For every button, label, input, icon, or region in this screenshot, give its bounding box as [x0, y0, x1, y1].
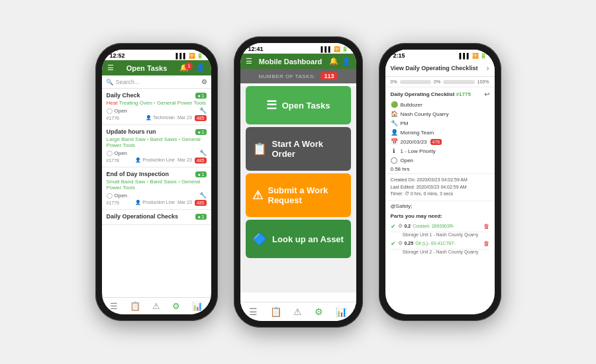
delete-icon-2[interactable]: 🗑: [483, 240, 489, 247]
lookup-icon: 🔷: [252, 232, 267, 246]
status-circle-2: ◯: [107, 150, 113, 156]
header-icons-left: 🔔 1 👤: [179, 64, 205, 72]
status-bar-mid: 12:41 ▌▌▌ 🛜 🔋: [240, 43, 356, 54]
task-status-text-2: Open: [115, 150, 128, 156]
app-header-left: ☰ Open Tasks 🔔 1 👤: [102, 60, 211, 75]
safety-tag: @Safety;: [385, 201, 495, 211]
menu-icon-mid[interactable]: ☰: [246, 57, 252, 66]
parts-title: Parts you may need:: [391, 213, 489, 219]
nav-alert-icon[interactable]: ⚠: [152, 301, 160, 311]
open-tasks-icon: ☰: [266, 98, 277, 113]
bulldozer-text: Bulldozer: [401, 102, 422, 108]
wifi-icon-right: 🛜: [472, 53, 479, 59]
status-icons-left: ▌▌▌ 🛜 🔋: [175, 53, 203, 59]
time-left: 12:52: [110, 52, 125, 59]
task-path-1: Heat Treating Oven › General Power Tools: [107, 100, 207, 106]
phone-left: 12:52 ▌▌▌ 🛜 🔋 ☰ Open Tasks 🔔 1 👤: [95, 43, 218, 321]
task-id-3: #1779: [107, 201, 119, 205]
check-icon-2: ✔: [391, 240, 396, 247]
dash-footer: ☰ 📋 ⚠ ⚙ 📊: [240, 302, 356, 321]
submit-work-request-button[interactable]: ⚠ Submit a Work Request: [246, 173, 351, 217]
nav-chart-icon[interactable]: 📊: [192, 301, 203, 311]
status-bar-right: 2:15 ▌▌▌ 🛜 🔋: [385, 50, 495, 60]
priority-text: 1 - Low Priority: [401, 148, 436, 154]
signal-icon: ▌▌▌: [175, 53, 187, 59]
search-icon: 🔍: [106, 79, 113, 85]
date-text: 2020/03/23: [401, 139, 427, 145]
num-tasks-badge: 113: [321, 72, 337, 80]
team-text: Morning Team: [401, 130, 434, 136]
task-id-1: #1776: [107, 116, 119, 120]
battery-icon-mid: 🔋: [342, 46, 348, 52]
nav-gear-icon[interactable]: ⚙: [172, 301, 180, 311]
status-bar-left: 12:52 ▌▌▌ 🛜 🔋: [102, 50, 211, 60]
status-icons-mid: ▌▌▌ 🛜 🔋: [321, 46, 348, 52]
part-row-2: ✔ ⚙ 0.25 Oil (L)- 03-41C787- 🗑: [391, 238, 489, 250]
detail-status: ◯ Open: [385, 156, 495, 165]
detail-team: 👤 Morning Team: [385, 128, 495, 137]
created-on: Created On: 2020/03/23 04:02:59 AM: [391, 177, 489, 184]
task-badge-red-2: 485: [195, 158, 207, 163]
task-title-2: Update hours run: [107, 128, 156, 135]
task-item-1[interactable]: Daily Check ● 1 Heat Treating Oven › Gen…: [102, 89, 211, 125]
user-icon-mid[interactable]: 👤: [342, 57, 351, 66]
footer-alert-icon[interactable]: ⚠: [293, 306, 302, 317]
nav-doc-icon[interactable]: 📋: [130, 301, 140, 311]
task-badge-red-1: 485: [195, 115, 207, 121]
nav-list-icon[interactable]: ☰: [110, 301, 118, 311]
priority-icon: ℹ: [391, 148, 397, 154]
user-icon-left[interactable]: 👤: [196, 64, 205, 72]
progress-bar: [400, 80, 431, 84]
status-icons-right: ▌▌▌ 🛜 🔋: [459, 53, 486, 59]
progress-bar-2: [443, 80, 474, 84]
signal-icon-mid: ▌▌▌: [321, 46, 332, 52]
footer-list-icon[interactable]: ☰: [249, 306, 258, 317]
wrench-icon-2: 🔧: [199, 150, 207, 156]
gear-icon-1: ⚙: [398, 223, 403, 229]
work-request-icon: ⚠: [252, 188, 263, 203]
task-status-text-3: Open: [115, 193, 128, 199]
parts-section: Parts you may need: ✔ ⚙ 0.2 Coolant- 289…: [385, 211, 495, 257]
footer-gear-icon[interactable]: ⚙: [315, 306, 323, 317]
footer-chart-icon[interactable]: 📊: [336, 306, 347, 317]
search-input-area[interactable]: 🔍 Search...: [106, 79, 201, 85]
gear-icon-2: ⚙: [398, 240, 403, 246]
task-item-4[interactable]: Daily Operational Checks ● 1: [102, 210, 211, 225]
bell-icon-mid[interactable]: 🔔: [329, 57, 338, 66]
part-qty-2: 0.25: [405, 241, 414, 246]
footer-doc-icon[interactable]: 📋: [270, 306, 281, 317]
app-header-mid: ☰ Mobile Dashboard 🔔 👤: [240, 54, 356, 69]
menu-icon-left[interactable]: ☰: [107, 64, 114, 72]
start-work-order-button[interactable]: 📋 Start A Work Order: [246, 127, 351, 171]
date-badge: 476: [430, 139, 442, 145]
task-person-1: 👤 Technician: [146, 115, 175, 121]
notification-wrap[interactable]: 🔔 1: [179, 64, 193, 72]
part-name-1: Coolant- 2893903R-: [413, 224, 481, 228]
phones-container: 12:52 ▌▌▌ 🛜 🔋 ☰ Open Tasks 🔔 1 👤: [82, 23, 515, 341]
badge-green-3: ● 1: [195, 171, 206, 177]
right-header: View Daily Operating Checklist ›: [385, 60, 495, 77]
task-path-2: Large Band Saw › Band Saws › General Pow…: [107, 136, 207, 148]
open-tasks-label: Open Tasks: [282, 101, 330, 111]
checklist-header-title: View Daily Operating Checklist: [391, 65, 478, 71]
task-item-2[interactable]: Update hours run ● 1 Large Band Saw › Ba…: [102, 125, 211, 167]
task-title-1: Daily Check: [107, 92, 140, 99]
open-tasks-button[interactable]: ☰ Open Tasks: [246, 86, 351, 124]
prog-right-label: 100%: [477, 79, 489, 84]
progress-container: 0% 0% 100%: [385, 77, 495, 87]
lookup-asset-button[interactable]: 🔷 Look up an Asset: [246, 220, 351, 258]
dashboard-title: Mobile Dashboard: [259, 58, 322, 66]
status-circle-3: ◯: [107, 193, 113, 199]
team-icon: 👤: [391, 129, 397, 136]
delete-icon-1[interactable]: 🗑: [483, 223, 489, 230]
task-path-3: Small Band Saw › Band Saws › General Pow…: [107, 179, 207, 191]
filter-icon[interactable]: ⚙: [201, 78, 207, 85]
hrs-text: 0.58 hrs: [391, 166, 410, 172]
chevron-right-icon[interactable]: ›: [487, 64, 489, 73]
share-icon[interactable]: ↩: [484, 91, 489, 98]
task-badge-red-3: 485: [195, 200, 207, 206]
detail-pm: 🔧 PM: [385, 118, 495, 128]
task-item-3[interactable]: End of Day Inspection ● 1 Small Band Saw…: [102, 167, 211, 210]
lookup-label: Look up an Asset: [272, 234, 344, 244]
battery-icon-right: 🔋: [480, 53, 487, 59]
